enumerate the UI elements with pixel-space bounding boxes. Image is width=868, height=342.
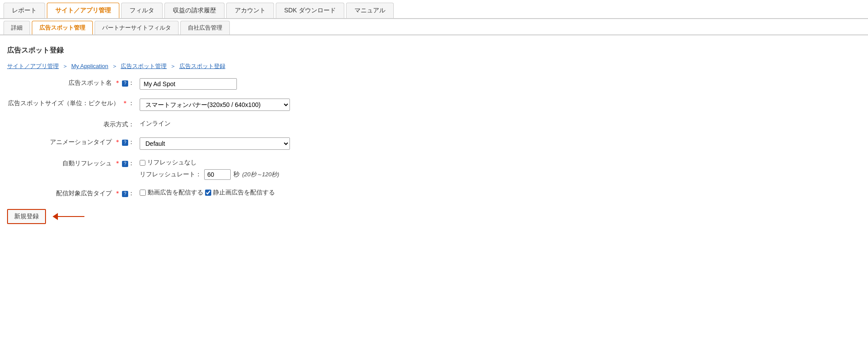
select-animation-type[interactable]: DefaultNoneFadeSlide [140,137,290,150]
breadcrumb-separator: ＞ [168,63,177,69]
form-label-auto-refresh: 自動リフレッシュ ＊?： [7,158,140,167]
form-row-spot-size: 広告スポットサイズ（単位：ピクセル） ＊：スマートフォンバナー(320x50 /… [7,98,861,111]
form-label-display-method: 表示方式： [7,119,140,129]
ad-type-group: 動画広告を配信する静止画広告を配信する [140,189,861,197]
arrow-indicator [53,213,84,220]
colon-display-method: ： [128,121,134,128]
help-icon-auto-refresh[interactable]: ? [122,161,128,167]
top-nav-tab-sdk[interactable]: SDK ダウンロード [276,3,344,18]
form-value-spot-size: スマートフォンバナー(320x50 / 640x100)バナー(320x50)レ… [140,98,861,111]
refresh-rate-label: リフレッシュレート： [140,171,202,179]
breadcrumb-item-0[interactable]: サイト／アプリ管理 [7,63,59,69]
label-text-ad-type: 配信対象広告タイプ [56,190,112,197]
label-text-animation-type: アニメーションタイプ [50,138,112,145]
top-nav-tab-billing[interactable]: 収益の請求履歴 [164,3,225,18]
label-text-spot-size: 広告スポットサイズ（単位：ピクセル） [8,99,119,106]
arrow-line [58,216,84,217]
top-navigation: レポートサイト／アプリ管理フィルタ収益の請求履歴アカウントSDK ダウンロードマ… [0,0,868,19]
form-label-spot-size: 広告スポットサイズ（単位：ピクセル） ＊： [7,98,140,107]
static-value-display-method: インライン [140,118,171,127]
label-text-display-method: 表示方式 [103,121,128,128]
colon-animation-type: ： [128,138,134,145]
form-area: 広告スポット名 ＊?：広告スポットサイズ（単位：ピクセル） ＊：スマートフォンバ… [0,77,868,198]
form-row-auto-refresh: 自動リフレッシュ ＊?：リフレッシュなしリフレッシュレート：秒(20秒～120秒… [7,158,861,180]
breadcrumb-separator: ＞ [61,63,69,69]
checkbox-ad-type-0[interactable] [140,190,146,196]
label-text-spot-name: 広告スポット名 [69,79,112,86]
breadcrumb: サイト／アプリ管理 ＞ My Application ＞ 広告スポット管理 ＞ … [0,61,868,77]
breadcrumb-item-2[interactable]: 広告スポット管理 [121,63,167,69]
no-refresh-label: リフレッシュなし [147,159,197,167]
button-area: 新規登録 [0,205,868,235]
help-icon-spot-name[interactable]: ? [122,80,128,87]
required-mark-auto-refresh: ＊ [113,160,121,167]
top-nav-tab-account[interactable]: アカウント [226,3,274,18]
page-title: 広告スポット登録 [0,42,868,61]
top-nav-tab-manual[interactable]: マニュアル [346,3,394,18]
colon-ad-type: ： [128,190,134,197]
sub-nav-tab-partner-filter[interactable]: パートナーサイトフィルタ [95,21,179,34]
form-label-animation-type: アニメーションタイプ ＊?： [7,137,140,146]
help-icon-animation-type[interactable]: ? [122,140,128,146]
required-mark-spot-size: ＊ [120,99,128,106]
form-value-auto-refresh: リフレッシュなしリフレッシュレート：秒(20秒～120秒) [140,158,861,180]
form-row-animation-type: アニメーションタイプ ＊?：DefaultNoneFadeSlide [7,137,861,150]
colon-auto-refresh: ： [128,160,134,167]
select-spot-size[interactable]: スマートフォンバナー(320x50 / 640x100)バナー(320x50)レ… [140,99,290,111]
sub-nav-tab-detail[interactable]: 詳細 [4,21,30,34]
ad-type-label-0: 動画広告を配信する [148,189,203,197]
checkbox-no-refresh[interactable] [140,160,145,166]
form-label-ad-type: 配信対象広告タイプ ＊?： [7,188,140,198]
colon-spot-name: ： [128,79,134,86]
colon-spot-size: ： [128,99,134,106]
required-mark-ad-type: ＊ [113,190,121,197]
refresh-rate-unit: 秒 [233,171,240,179]
form-value-spot-name [140,77,861,90]
help-icon-ad-type[interactable]: ? [122,191,128,197]
form-value-ad-type: 動画広告を配信する静止画広告を配信する [140,188,861,197]
refresh-rate-hint: (20秒～120秒) [242,171,279,179]
form-row-spot-name: 広告スポット名 ＊?： [7,77,861,90]
arrow-head [53,213,58,220]
required-mark-spot-name: ＊ [113,79,121,86]
sub-nav-tab-own-ad[interactable]: 自社広告管理 [180,21,230,34]
form-value-animation-type: DefaultNoneFadeSlide [140,137,861,150]
form-row-display-method: 表示方式：インライン [7,119,861,129]
top-nav-tab-report[interactable]: レポート [4,3,45,18]
required-mark-animation-type: ＊ [113,138,121,145]
breadcrumb-separator: ＞ [110,63,119,69]
refresh-container: リフレッシュなしリフレッシュレート：秒(20秒～120秒) [140,159,861,180]
refresh-rate-input[interactable] [204,169,231,180]
refresh-rate-row: リフレッシュレート：秒(20秒～120秒) [140,169,861,180]
checkbox-ad-type-1[interactable] [205,190,211,196]
sub-nav-tab-ad-spot[interactable]: 広告スポット管理 [32,21,93,34]
form-label-spot-name: 広告スポット名 ＊?： [7,77,140,87]
register-button[interactable]: 新規登録 [7,209,46,224]
input-spot-name[interactable] [140,78,237,90]
form-value-display-method: インライン [140,119,861,128]
form-row-ad-type: 配信対象広告タイプ ＊?：動画広告を配信する静止画広告を配信する [7,188,861,198]
top-nav-tab-site-app[interactable]: サイト／アプリ管理 [47,3,119,18]
breadcrumb-item-3[interactable]: 広告スポット登録 [179,63,225,69]
ad-type-label-1: 静止画広告を配信する [213,189,275,197]
breadcrumb-item-1[interactable]: My Application [71,63,108,69]
label-text-auto-refresh: 自動リフレッシュ [62,160,112,167]
top-nav-tab-filter[interactable]: フィルタ [121,3,163,18]
sub-navigation: 詳細広告スポット管理パートナーサイトフィルタ自社広告管理 [0,19,868,35]
